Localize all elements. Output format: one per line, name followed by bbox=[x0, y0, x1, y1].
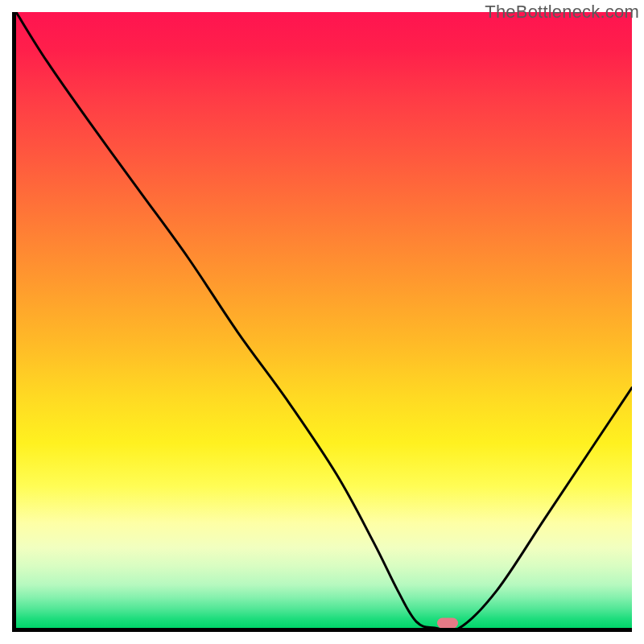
chart-container: TheBottleneck.com bbox=[0, 0, 644, 644]
curve-path bbox=[16, 12, 632, 628]
watermark-text: TheBottleneck.com bbox=[485, 2, 639, 23]
optimal-point-marker bbox=[437, 618, 458, 629]
bottleneck-curve bbox=[16, 12, 632, 628]
plot-area bbox=[12, 12, 632, 632]
